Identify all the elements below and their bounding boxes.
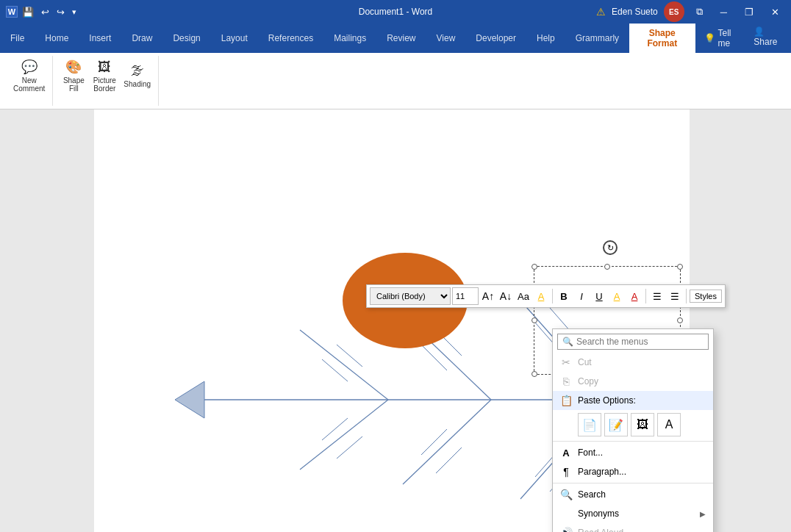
tab-review[interactable]: Review	[376, 24, 426, 53]
decrease-font-button[interactable]: A↓	[498, 288, 514, 304]
share-button[interactable]: 👤 Share	[745, 24, 791, 53]
font-size-input[interactable]	[452, 287, 479, 305]
shape-fill-button[interactable]: 🎨 Shape Fill	[59, 57, 88, 94]
title-bar-right: ⚠ Eden Sueto ES ⧉ ─ ❐ ✕	[596, 1, 785, 22]
context-menu-read-aloud[interactable]: 🔊 Read Aloud	[553, 523, 713, 532]
handle-tr[interactable]	[677, 264, 683, 270]
save-button[interactable]: 💾	[19, 5, 37, 19]
tab-file[interactable]: File	[0, 24, 35, 53]
paragraph-label: Paragraph...	[578, 467, 626, 477]
cut-icon: ✂	[560, 356, 572, 368]
handle-tc[interactable]	[604, 264, 610, 270]
tell-me-label[interactable]: Tell me	[718, 28, 737, 48]
ribbon-group-comment: 💬 New Comment	[6, 56, 53, 106]
tab-view[interactable]: View	[426, 24, 466, 53]
shading-button[interactable]: 🌫 Shading	[121, 62, 154, 90]
close-button[interactable]: ✕	[765, 4, 785, 21]
font-icon: A	[560, 447, 572, 459]
synonyms-label: Synonyms	[578, 508, 619, 519]
format-toolbar: Calibri (Body) A↑ A↓ Aa A B I U A A ☰ ☰ …	[366, 284, 726, 308]
tab-insert[interactable]: Insert	[79, 24, 121, 53]
font-selector[interactable]: Calibri (Body)	[370, 287, 451, 305]
bold-button[interactable]: B	[556, 288, 572, 304]
new-comment-button[interactable]: 💬 New Comment	[10, 57, 48, 94]
tab-references[interactable]: References	[258, 24, 323, 53]
paste-btn-1[interactable]: 📄	[578, 413, 601, 436]
search-label: Search	[578, 489, 606, 500]
picture-border-button[interactable]: 🖼 Picture Border	[90, 58, 119, 94]
context-menu-search-box: 🔍	[557, 334, 709, 350]
paste-btn-3[interactable]: 🖼	[631, 413, 654, 436]
toolbar-separator-2	[645, 289, 646, 303]
styles-button[interactable]: Styles	[690, 290, 722, 303]
title-bar: W 💾 ↩ ↪ ▾ Document1 - Word ⚠ Eden Sueto …	[0, 0, 791, 24]
svg-marker-1	[175, 381, 204, 418]
restore-button[interactable]: ❐	[739, 4, 759, 21]
document-area: Cause 1 ↻ Effect 1 Effect 2 Calibri (Bod…	[0, 109, 791, 532]
toolbar-separator-1	[552, 289, 553, 303]
font-label: Font...	[578, 447, 603, 458]
synonyms-icon	[560, 508, 572, 520]
context-menu-search-item[interactable]: 🔍 Search	[553, 485, 713, 504]
tab-grammarly[interactable]: Grammarly	[565, 24, 629, 53]
document-title: Document1 - Word	[359, 7, 432, 17]
font-color-highlight-button[interactable]: A	[533, 288, 549, 304]
window-mode-button[interactable]: ⧉	[690, 3, 709, 21]
tab-shape-format[interactable]: Shape Format	[629, 24, 695, 53]
redo-button[interactable]: ↪	[54, 5, 68, 19]
new-comment-label: New Comment	[13, 76, 45, 93]
svg-line-14	[421, 429, 447, 455]
search-menu-icon: 🔍	[562, 337, 573, 347]
tab-draw[interactable]: Draw	[121, 24, 162, 53]
highlight-button[interactable]: A	[609, 288, 625, 304]
context-menu-cut[interactable]: ✂ Cut	[553, 353, 713, 372]
ribbon-group-shape-buttons: 🎨 Shape Fill 🖼 Picture Border 🌫 Shading	[59, 57, 154, 94]
rotation-handle[interactable]: ↻	[603, 240, 618, 255]
change-case-button[interactable]: Aa	[515, 288, 531, 304]
svg-line-8	[322, 359, 348, 381]
italic-button[interactable]: I	[573, 288, 590, 304]
context-menu-synonyms[interactable]: Synonyms ▶	[553, 504, 713, 523]
picture-border-label: Picture Border	[93, 76, 116, 93]
paste-btn-2[interactable]: 📝	[604, 413, 628, 436]
context-menu-paragraph[interactable]: ¶ Paragraph...	[553, 462, 713, 481]
ribbon-content: 💬 New Comment 🎨 Shape Fill 🖼 Picture Bor…	[0, 53, 791, 109]
handle-ml[interactable]	[531, 317, 537, 323]
tab-mailings[interactable]: Mailings	[323, 24, 376, 53]
user-avatar[interactable]: ES	[664, 1, 684, 22]
font-color-button[interactable]: A	[626, 288, 643, 304]
handle-bl[interactable]	[531, 371, 537, 377]
search-menus-input[interactable]	[576, 337, 704, 347]
svg-line-11	[337, 436, 362, 459]
svg-line-15	[436, 447, 462, 473]
context-menu: 🔍 ✂ Cut ⎘ Copy 📋 Paste Options: 📄 📝 🖼 A …	[552, 328, 714, 532]
synonyms-arrow: ▶	[700, 510, 706, 518]
numbering-button[interactable]: ☰	[667, 288, 683, 304]
tab-design[interactable]: Design	[162, 24, 210, 53]
bullets-button[interactable]: ☰	[649, 288, 665, 304]
tab-layout[interactable]: Layout	[211, 24, 258, 53]
context-menu-copy[interactable]: ⎘ Copy	[553, 372, 713, 391]
svg-line-9	[337, 345, 362, 367]
tab-developer[interactable]: Developer	[465, 24, 526, 53]
underline-button[interactable]: U	[591, 288, 607, 304]
quick-access-button[interactable]: ▾	[69, 6, 79, 18]
paste-btn-4[interactable]: A	[657, 413, 681, 436]
warning-icon: ⚠	[596, 6, 606, 18]
increase-font-button[interactable]: A↑	[480, 288, 496, 304]
ribbon-tabs: File Home Insert Draw Design Layout Refe…	[0, 24, 791, 53]
lightbulb-icon: 💡	[704, 33, 715, 43]
new-comment-icon: 💬	[21, 59, 37, 75]
minimize-button[interactable]: ─	[715, 4, 733, 21]
paste-options-label: Paste Options:	[578, 395, 636, 406]
svg-line-3	[300, 400, 388, 470]
handle-tl[interactable]	[531, 264, 537, 270]
handle-mr[interactable]	[677, 317, 683, 323]
shading-label: Shading	[124, 80, 151, 88]
tab-help[interactable]: Help	[526, 24, 565, 53]
picture-border-icon: 🖼	[98, 60, 111, 75]
tab-home[interactable]: Home	[35, 24, 79, 53]
paste-options-row: 📄 📝 🖼 A	[553, 410, 713, 439]
context-menu-font[interactable]: A Font...	[553, 443, 713, 462]
undo-button[interactable]: ↩	[38, 5, 52, 19]
